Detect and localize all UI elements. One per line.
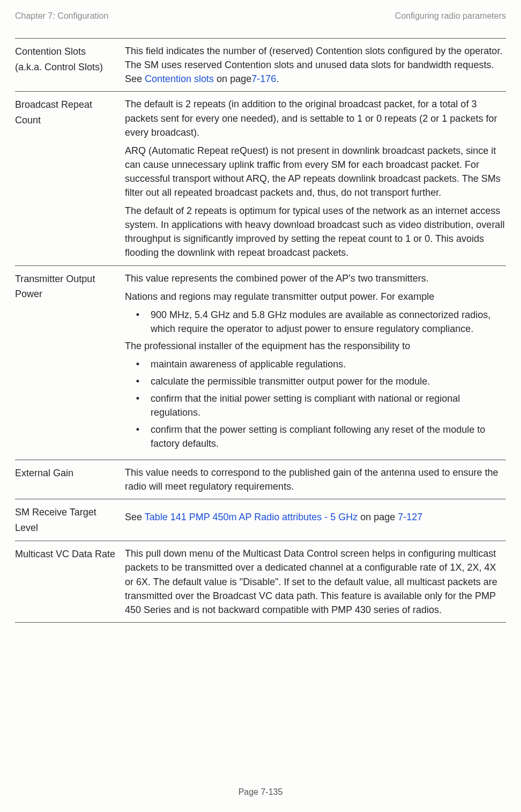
paragraph: This value represents the combined power… [125, 271, 506, 285]
list-item: confirm that the initial power setting i… [147, 392, 506, 419]
header-left: Chapter 7: Configuration [15, 10, 108, 22]
bullet-list: 900 MHz, 5.4 GHz and 5.8 GHz modules are… [125, 308, 506, 336]
header-right: Configuring radio parameters [395, 10, 506, 22]
document-page: Chapter 7: Configuration Configuring rad… [0, 0, 521, 812]
row-description: The default is 2 repeats (in addition to… [125, 97, 506, 260]
label-text: Contention Slots [15, 46, 86, 57]
paragraph: The default is 2 repeats (in addition to… [125, 97, 506, 139]
paragraph: The default of 2 repeats is optimum for … [125, 204, 506, 260]
paragraph: This field indicates the number of (rese… [125, 44, 506, 86]
list-item: calculate the permissible transmitter ou… [147, 374, 506, 388]
paragraph: ARQ (Automatic Repeat reQuest) is not pr… [125, 144, 506, 200]
text: See [125, 512, 145, 522]
page-footer: Page 7-135 [0, 786, 521, 798]
row-label: Multicast VC Data Rate [15, 547, 125, 616]
list-item: maintain awareness of applicable regulat… [147, 357, 506, 371]
link-page-7-176[interactable]: 7-176 [251, 73, 276, 84]
bullet-list: maintain awareness of applicable regulat… [125, 357, 506, 451]
row-label: SM Receive Target Level [15, 505, 125, 536]
row-description: This value needs to correspond to the pu… [125, 466, 506, 493]
page-header: Chapter 7: Configuration Configuring rad… [15, 10, 506, 22]
table-row: Multicast VC Data Rate This pull down me… [15, 541, 506, 622]
paragraph: Nations and regions may regulate transmi… [125, 290, 506, 304]
table-row: SM Receive Target Level See Table 141 PM… [15, 499, 506, 542]
label-text: (a.k.a. Control Slots) [15, 62, 103, 72]
list-item: 900 MHz, 5.4 GHz and 5.8 GHz modules are… [147, 308, 506, 336]
attribute-table: Contention Slots (a.k.a. Control Slots) … [15, 38, 506, 623]
row-description: This field indicates the number of (rese… [125, 44, 506, 86]
paragraph: This pull down menu of the Multicast Dat… [125, 547, 506, 616]
table-row: Transmitter Output Power This value repr… [15, 266, 506, 460]
text: on page [358, 512, 398, 522]
row-label: External Gain [15, 466, 125, 493]
paragraph: See Table 141 PMP 450m AP Radio attribut… [125, 510, 506, 524]
row-label: Contention Slots (a.k.a. Control Slots) [15, 44, 125, 86]
link-contention-slots[interactable]: Contention slots [145, 73, 214, 84]
paragraph: This value needs to correspond to the pu… [125, 466, 506, 493]
row-description: See Table 141 PMP 450m AP Radio attribut… [125, 505, 506, 536]
table-row: Contention Slots (a.k.a. Control Slots) … [15, 39, 506, 92]
table-row: Broadcast Repeat Count The default is 2 … [15, 92, 506, 265]
text: . [276, 73, 279, 84]
text: on page [214, 73, 251, 84]
paragraph: The professional installer of the equipm… [125, 339, 506, 353]
row-description: This pull down menu of the Multicast Dat… [125, 547, 506, 616]
list-item: confirm that the power setting is compli… [147, 423, 506, 451]
link-table-141[interactable]: Table 141 PMP 450m AP Radio attributes -… [145, 512, 358, 522]
row-label: Transmitter Output Power [15, 271, 125, 454]
table-row: External Gain This value needs to corres… [15, 460, 506, 499]
link-page-7-127[interactable]: 7-127 [398, 512, 422, 522]
row-description: This value represents the combined power… [125, 271, 506, 454]
row-label: Broadcast Repeat Count [15, 97, 125, 260]
